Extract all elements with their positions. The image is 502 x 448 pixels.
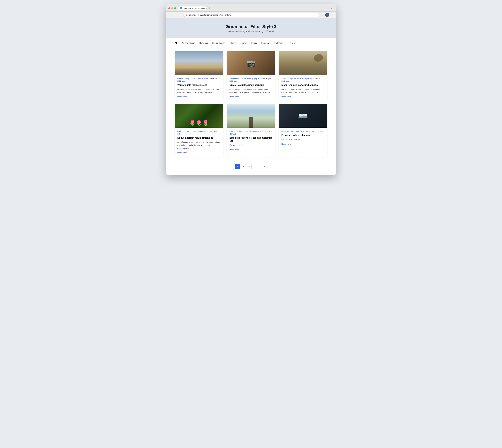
card-body: Fitness, Lifestyle, Music, Uncategorized… [175, 75, 223, 101]
card-meta: Fitness, Lifestyle, Music, Uncategorized… [177, 77, 221, 82]
bookmark-button[interactable]: ◻ [320, 13, 324, 17]
read-more-link[interactable]: Read More [229, 96, 239, 98]
page-content: Gridmaster Filter Style 3 Gridmaster fil… [166, 18, 336, 175]
toolbar-actions: ◻ 👤 ⋮ [320, 13, 334, 17]
category-link[interactable]: Photography [247, 78, 257, 80]
category-link[interactable]: Lifestyle [236, 130, 243, 132]
maximize-button[interactable] [174, 7, 176, 9]
card-title: Blanditiis ratione vel tenetur molestiae… [229, 136, 273, 143]
new-tab-button[interactable]: + [208, 7, 211, 10]
card-body: Fitness, Lifestyle, Music, Photography o… [227, 128, 275, 153]
category-link[interactable]: Fitness [229, 130, 235, 132]
back-button[interactable]: ‹ [168, 13, 172, 17]
card-title: Eos eum nulla ut aliquam [281, 134, 325, 137]
card: Art and design, Personal, Photography on… [279, 51, 327, 101]
category-link[interactable]: Lifestyle [184, 78, 190, 80]
lock-icon: 🔒 [186, 14, 188, 16]
filter-tab[interactable]: Personal [261, 41, 269, 45]
page-subtitle: Gridmaster filter style 3 has a lite des… [169, 30, 333, 32]
reload-button[interactable]: ↻ [178, 13, 182, 17]
category-link[interactable]: Art and design [281, 78, 293, 80]
category-link[interactable]: Movie [242, 78, 246, 80]
category-link[interactable]: Travel [258, 78, 263, 80]
read-more-link[interactable]: Read More [281, 96, 291, 98]
read-more-link[interactable]: Read More [177, 96, 187, 98]
card-title: Quia et voluptas unde corporis [229, 84, 273, 87]
category-link[interactable]: Fitness [177, 130, 183, 132]
card-title: Neque aperiam rerum ratione et [177, 136, 221, 140]
card-body: Fitness, Lifestyle, Music, Personal on A… [175, 128, 223, 157]
filter-tab[interactable]: Music [251, 41, 257, 45]
filter-tab[interactable]: All [175, 41, 177, 45]
tab-favicon [180, 7, 182, 9]
category-link[interactable]: Music [192, 78, 196, 80]
author-link[interactable]: ashik [182, 80, 186, 82]
page-number[interactable]: 2 [241, 164, 246, 169]
card-excerpt: Sit quisquam voluptatum repellat. Invent… [177, 141, 221, 150]
category-link[interactable]: Photography [290, 130, 299, 132]
filter-tab[interactable]: Travel [290, 41, 295, 45]
pagination: 123...7» [166, 161, 336, 175]
category-link[interactable]: Personal [197, 130, 204, 132]
active-tab[interactable]: Filter Style – 3 – Gridmaster ✕ [178, 6, 207, 10]
user-avatar[interactable]: 👤 [325, 13, 329, 17]
read-more-link[interactable]: Read More [177, 152, 187, 154]
category-link[interactable]: Fitness [177, 78, 183, 80]
author-link[interactable]: ashik [234, 80, 238, 82]
card-excerpt: Est aperiam est. [229, 144, 273, 147]
card-meta: Interior design, Movie, Photography, Tra… [229, 77, 273, 82]
card-excerpt: Rerum iusto. Delectus. [281, 138, 325, 141]
card-body: Business, Photography, Travel on Aug 08,… [279, 128, 327, 148]
page-number[interactable]: 3 [247, 164, 252, 169]
close-button[interactable] [168, 7, 170, 9]
category-link[interactable]: Photography [302, 78, 312, 80]
card-excerpt: Aut aut facilis molestiae. Quaerat recus… [281, 88, 325, 94]
page-number[interactable]: 1 [235, 164, 240, 169]
read-more-link[interactable]: Read More [229, 149, 239, 151]
filter-tab[interactable]: Photography [274, 41, 285, 45]
card-meta: Fitness, Lifestyle, Music, Personal on A… [177, 130, 221, 135]
tab-close-button[interactable]: ✕ [206, 7, 207, 9]
category-link[interactable]: Photography [249, 130, 259, 132]
category-link[interactable]: Interior design [229, 78, 241, 80]
author-link[interactable]: ashik [177, 133, 181, 135]
tab-list-button[interactable]: ⌄ [330, 6, 334, 10]
forward-button[interactable]: › [173, 13, 177, 17]
pagination-dots: ... [252, 165, 255, 168]
minimize-button[interactable] [171, 7, 173, 9]
menu-button[interactable]: ⋮ [330, 13, 334, 17]
card-body: Interior design, Movie, Photography, Tra… [227, 75, 275, 101]
traffic-lights [168, 7, 176, 9]
category-link[interactable]: Music [192, 130, 196, 132]
author-link[interactable]: ashik [286, 80, 290, 82]
page-last[interactable]: 7 [256, 164, 261, 169]
card: Business, Photography, Travel on Aug 08,… [279, 104, 327, 157]
card-image [279, 104, 327, 128]
card: Fitness, Lifestyle, Music, Personal on A… [175, 104, 223, 157]
category-link[interactable]: Personal [294, 78, 301, 80]
card-image [279, 51, 327, 75]
card-image [227, 51, 275, 75]
category-link[interactable]: Business [281, 130, 289, 132]
card: Fitness, Lifestyle, Music, Photography o… [227, 104, 275, 157]
card-image [175, 51, 223, 75]
author-link[interactable]: akshuvo [229, 133, 236, 135]
filter-tab[interactable]: Interior design [212, 41, 225, 45]
browser-window: Filter Style – 3 – Gridmaster ✕ + ⌄ ‹ › … [166, 4, 336, 175]
filter-tab[interactable]: Movie [242, 41, 247, 45]
category-link[interactable]: Music [243, 130, 248, 132]
author-link[interactable]: ashik [319, 130, 323, 132]
filter-tab[interactable]: Art and design [182, 41, 195, 45]
category-link[interactable]: Uncategorized [197, 78, 208, 80]
filter-tab[interactable]: Business [199, 41, 208, 45]
read-more-link[interactable]: Read More [281, 143, 291, 145]
filter-tab[interactable]: Lifestyle [230, 41, 237, 45]
card-image [175, 104, 223, 128]
browser-tabs: Filter Style – 3 – Gridmaster ✕ + [178, 6, 328, 10]
category-link[interactable]: Lifestyle [184, 130, 190, 132]
category-link[interactable]: Travel [300, 130, 305, 132]
tab-label: Filter Style – 3 – Gridmaster [183, 7, 205, 9]
card: Fitness, Lifestyle, Music, Uncategorized… [175, 51, 223, 101]
pagination-next[interactable]: » [262, 164, 267, 169]
address-bar[interactable]: 🔒 plugins.addonmaster.com/gridmaster/fil… [183, 13, 319, 17]
